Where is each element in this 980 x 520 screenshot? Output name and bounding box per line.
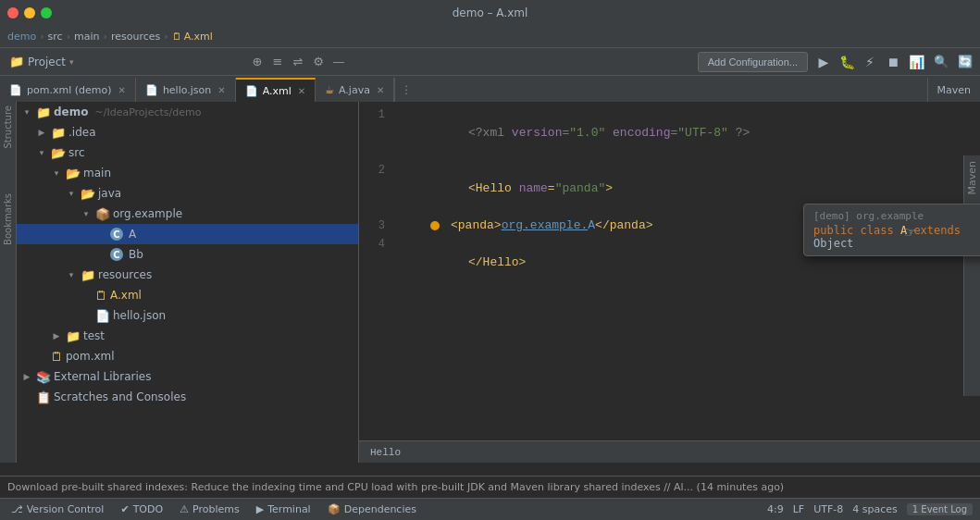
pomxml-label: pom.xml	[66, 350, 115, 363]
problems-button[interactable]: ⚠ Problems	[176, 503, 243, 515]
tree-item-class-a[interactable]: C A	[17, 224, 358, 244]
tooltip-popup: [demo] org.example public class A extend…	[803, 204, 980, 256]
axml-tab-icon: 📄	[245, 85, 258, 97]
tab-bar: 📄 pom.xml (demo) ✕ 📄 hello.json ✕ 📄 A.xm…	[0, 76, 980, 102]
tree-item-pomxml[interactable]: 🗒 pom.xml	[17, 346, 358, 366]
tab-pom[interactable]: 📄 pom.xml (demo) ✕	[0, 78, 136, 102]
editor-content: 1 <?xml version="1.0" encoding="UTF-8" ?…	[359, 102, 980, 294]
tab-overflow[interactable]: ⋮	[394, 78, 417, 102]
todo-button[interactable]: ✔ TODO	[117, 503, 167, 515]
tree-item-test[interactable]: ▶ 📁 test	[17, 326, 358, 346]
structure-panel-label[interactable]: Structure	[1, 102, 15, 153]
cursor-position: 4:9	[767, 503, 784, 515]
tab-ajava-label: A.java	[339, 84, 370, 96]
left-sidebar: Structure Bookmarks	[0, 102, 17, 463]
sync-icon[interactable]: ⇌	[289, 53, 307, 71]
tooltip-signature: public class A extends Object	[813, 224, 980, 250]
line-num-1: 1	[359, 105, 396, 124]
maven-tab[interactable]: Maven	[927, 78, 980, 102]
update-icon[interactable]: 🔄	[956, 53, 974, 71]
tree-item-idea[interactable]: ▶ 📁 .idea	[17, 122, 358, 142]
demo-folder-icon: 📁	[36, 105, 51, 119]
bc-filename[interactable]: A.xml	[184, 31, 213, 43]
editor-area[interactable]: 1 <?xml version="1.0" encoding="UTF-8" ?…	[359, 102, 980, 463]
tab-ajava-close[interactable]: ✕	[377, 85, 384, 95]
ajava-tab-icon: ☕	[325, 84, 334, 96]
main-content: Structure Bookmarks ▾ 📁 demo ~/IdeaProje…	[0, 102, 980, 463]
project-panel-header[interactable]: 📁 Project ▾	[6, 53, 78, 70]
tab-axml-close[interactable]: ✕	[298, 86, 305, 96]
hello-text: Hello	[370, 447, 401, 458]
maven-label[interactable]: Maven	[966, 161, 978, 194]
line-num-3: 3	[359, 217, 396, 235]
tree-item-scratches[interactable]: 📋 Scratches and Consoles	[17, 387, 358, 407]
test-label: test	[83, 329, 105, 342]
bc-demo[interactable]: demo	[7, 31, 36, 43]
run-button[interactable]: ▶	[813, 52, 834, 72]
tree-item-axml[interactable]: 🗒 A.xml	[17, 285, 358, 305]
terminal-button[interactable]: ▶ Terminal	[253, 503, 315, 515]
bc-main[interactable]: main	[74, 31, 99, 43]
tab-axml[interactable]: 📄 A.xml ✕	[236, 78, 316, 102]
collapse-icon[interactable]: ≡	[268, 53, 287, 71]
tree-item-java[interactable]: ▾ 📂 java	[17, 183, 358, 204]
tree-item-orgexample[interactable]: ▾ 📦 org.example	[17, 204, 358, 224]
scratches-label: Scratches and Consoles	[54, 390, 186, 403]
minimize-button[interactable]	[24, 7, 35, 19]
event-log-count: 1	[912, 504, 918, 514]
settings-icon[interactable]: ⚙	[309, 53, 328, 71]
tab-ajava[interactable]: ☕ A.java ✕	[316, 78, 394, 102]
close-panel-icon[interactable]: —	[329, 53, 348, 71]
close-button[interactable]	[7, 7, 19, 19]
demo-path: ~/IdeaProjects/demo	[94, 106, 201, 118]
coverage-button[interactable]: 📊	[906, 52, 926, 72]
tree-item-demo[interactable]: ▾ 📁 demo ~/IdeaProjects/demo	[17, 102, 358, 122]
terminal-label: Terminal	[267, 503, 311, 515]
bc-resources[interactable]: resources	[111, 31, 160, 43]
search-everywhere-icon[interactable]: 🔍	[932, 53, 950, 71]
class-a-link[interactable]: A	[588, 217, 595, 235]
version-control-button[interactable]: ⎇ Version Control	[7, 503, 107, 515]
tree-item-main[interactable]: ▾ 📂 main	[17, 163, 358, 183]
status-bar-right: 4:9 LF UTF-8 4 spaces 1 Event Log	[767, 503, 973, 515]
maximize-button[interactable]	[41, 7, 52, 19]
message-text: Download pre-built shared indexes: Reduc…	[7, 481, 784, 493]
stop-button[interactable]: ⏹	[883, 52, 903, 72]
tree-item-resources[interactable]: ▾ 📁 resources	[17, 265, 358, 285]
line-num-2: 2	[359, 161, 396, 180]
breakpoint-icon[interactable]	[430, 221, 440, 230]
dependencies-button[interactable]: 📦 Dependencies	[324, 503, 420, 515]
demo-label: demo	[54, 105, 88, 118]
tab-hello[interactable]: 📄 hello.json ✕	[136, 78, 236, 102]
attach-button[interactable]: ⚡	[860, 52, 880, 72]
event-log-badge[interactable]: 1 Event Log	[907, 503, 973, 515]
problems-label: Problems	[192, 503, 240, 515]
tree-item-hellojson[interactable]: 📄 hello.json	[17, 305, 358, 326]
debug-button[interactable]: 🐛	[837, 52, 857, 72]
expand-all-icon[interactable]: ⊕	[248, 53, 267, 71]
project-chevron-icon[interactable]: ▾	[69, 57, 74, 67]
axml-label: A.xml	[110, 289, 142, 302]
add-configuration-button[interactable]: Add Configuration...	[698, 52, 808, 72]
tree-item-src[interactable]: ▾ 📂 src	[17, 142, 358, 163]
tab-pom-close[interactable]: ✕	[118, 85, 125, 95]
tree-item-ext-libs[interactable]: ▶ 📚 External Libraries	[17, 366, 358, 387]
org-example-link[interactable]: org.example.	[502, 217, 589, 235]
spaces-label[interactable]: 4 spaces	[852, 503, 898, 515]
class-a-label: A	[129, 228, 136, 241]
idea-label: .idea	[68, 126, 96, 139]
bc-src[interactable]: src	[48, 31, 63, 43]
todo-label: TODO	[133, 503, 164, 515]
bookmarks-panel-label[interactable]: Bookmarks	[1, 190, 15, 249]
tree-item-class-bb[interactable]: C Bb	[17, 244, 358, 265]
hellojson-label: hello.json	[113, 309, 166, 322]
main-label: main	[83, 167, 111, 180]
tab-hello-close[interactable]: ✕	[217, 85, 225, 95]
tree-arrow-demo: ▾	[20, 107, 33, 117]
dependencies-label: Dependencies	[344, 503, 416, 515]
editor-status: Hello	[359, 440, 980, 463]
maven-panel[interactable]: Maven	[963, 155, 980, 396]
event-log-label: Event Log	[921, 504, 967, 514]
encoding-label[interactable]: UTF-8	[813, 503, 843, 515]
hello-tab-icon: 📄	[145, 84, 158, 96]
